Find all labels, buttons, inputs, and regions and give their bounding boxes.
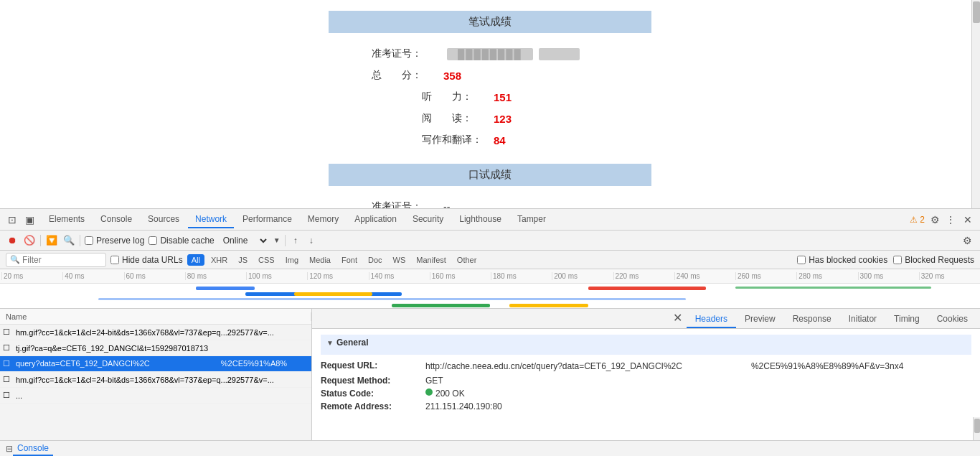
upload-button[interactable]: ↑ [290, 234, 301, 247]
status-code-row: Status Code: 200 OK [321, 388, 971, 399]
tab-application[interactable]: Application [347, 211, 404, 228]
filter-type-ws[interactable]: WS [389, 254, 410, 266]
tick-120ms: 120 ms [307, 272, 368, 280]
details-tab-timing[interactable]: Timing [885, 311, 928, 328]
timeline-bar-8 [735, 287, 931, 289]
status-code-label: Status Code: [321, 388, 421, 399]
console-error-icon: ⊟ [6, 444, 13, 454]
preserve-log-checkbox[interactable]: Preserve log [85, 236, 144, 246]
timeline-bar-7 [588, 287, 706, 290]
details-tab-headers[interactable]: Headers [687, 311, 736, 328]
filter-type-doc[interactable]: Doc [364, 254, 387, 266]
download-button[interactable]: ↓ [306, 234, 317, 247]
tab-security[interactable]: Security [405, 211, 451, 228]
preserve-log-input[interactable] [85, 236, 93, 245]
filter-type-js[interactable]: JS [234, 254, 252, 266]
details-tab-cookies[interactable]: Cookies [928, 311, 976, 328]
network-list-item-0[interactable]: ☐ hm.gif?cc=1&ck=1&cl=24-bit&ds=1366x768… [0, 325, 311, 340]
has-blocked-cookies-input[interactable] [797, 256, 806, 264]
details-tab-response[interactable]: Response [784, 311, 840, 328]
timeline-container: 20 ms 40 ms 60 ms 80 ms 100 ms 120 ms 14… [0, 269, 980, 309]
console-tab[interactable]: Console [13, 442, 53, 456]
request-method-label: Request Method: [321, 376, 421, 386]
network-toolbar: ⏺ 🚫 🔽 🔍 Preserve log Disable cache Onlin… [0, 231, 980, 251]
close-details-icon[interactable]: ✕ [669, 309, 687, 328]
network-list-rows[interactable]: ☐ hm.gif?cc=1&ck=1&cl=24-bit&ds=1366x768… [0, 325, 311, 440]
close-devtools-icon[interactable]: ✕ [959, 211, 976, 228]
more-options-icon[interactable]: ⋮ [942, 211, 959, 228]
filter-type-manifest[interactable]: Manifest [412, 254, 451, 266]
total-label: 总 分： [372, 69, 443, 82]
tab-tamper[interactable]: Tamper [510, 211, 553, 228]
tick-280ms: 280 ms [796, 272, 857, 280]
has-blocked-cookies-checkbox[interactable]: Has blocked cookies [797, 255, 887, 265]
tab-sources[interactable]: Sources [141, 211, 187, 228]
disable-cache-input[interactable] [149, 236, 157, 245]
record-button[interactable]: ⏺ [6, 234, 19, 247]
timeline-bars [0, 284, 980, 309]
status-green-dot [425, 388, 433, 396]
throttle-dropdown-icon[interactable]: ▼ [273, 236, 281, 244]
tab-console[interactable]: Console [93, 211, 139, 228]
filter-type-other[interactable]: Other [453, 254, 481, 266]
cursor-icon[interactable]: ⊡ [4, 211, 21, 228]
filter-icon[interactable]: 🔽 [45, 234, 58, 247]
tick-220ms: 220 ms [613, 272, 674, 280]
blocked-requests-input[interactable] [893, 256, 902, 264]
filter-type-all[interactable]: All [187, 254, 204, 266]
settings-icon[interactable]: ⚙ [928, 213, 942, 227]
request-method-value: GET [425, 376, 443, 386]
filter-type-img[interactable]: Img [281, 254, 303, 266]
network-settings-icon[interactable]: ⚙ [960, 233, 974, 248]
filter-search-icon: 🔍 [10, 255, 20, 264]
tab-memory[interactable]: Memory [301, 211, 346, 228]
listening-label: 听 力： [422, 90, 494, 103]
tick-20ms: 20 ms [1, 272, 62, 280]
tab-lighthouse[interactable]: Lighthouse [452, 211, 509, 228]
tick-200ms: 200 ms [552, 272, 613, 280]
blocked-requests-checkbox[interactable]: Blocked Requests [893, 255, 974, 265]
oral-id-value: -- [443, 201, 450, 208]
tab-performance[interactable]: Performance [235, 211, 299, 228]
page-scrollbar[interactable] [971, 0, 980, 208]
timeline-bar-6 [509, 304, 588, 307]
network-list-item-2[interactable]: ☐ query?data=CET6_192_DANGCI%2C %2CE5%91… [0, 356, 311, 372]
stop-recording-button[interactable]: 🚫 [23, 234, 36, 247]
hide-data-urls-input[interactable] [110, 256, 119, 264]
throttle-select[interactable]: Online Fast 3G Slow 3G Offline [219, 234, 269, 247]
reading-label: 阅 读： [422, 112, 494, 125]
filter-input[interactable] [22, 255, 94, 265]
writing-value: 84 [494, 134, 506, 146]
details-tab-initiator[interactable]: Initiator [840, 311, 885, 328]
tick-100ms: 100 ms [246, 272, 307, 280]
network-list-panel: Name ☐ hm.gif?cc=1&ck=1&cl=24-bit&ds=136… [0, 309, 312, 456]
hide-data-urls-checkbox[interactable]: Hide data URLs [110, 255, 183, 265]
disable-cache-checkbox[interactable]: Disable cache [149, 236, 214, 246]
filter-type-font[interactable]: Font [337, 254, 362, 266]
headers-content: ▼ General Request URL: http://cache.neea… [312, 329, 980, 456]
tab-elements[interactable]: Elements [42, 211, 92, 228]
request-url-row: Request URL: http://cache.neea.edu.cn/ce… [321, 360, 971, 373]
network-filter-bar: 🔍 Hide data URLs All XHR JS CSS Img Medi… [0, 251, 980, 269]
exam-id-label: 准考证号： [372, 47, 443, 60]
search-icon[interactable]: 🔍 [62, 234, 75, 247]
details-tab-preview[interactable]: Preview [736, 311, 784, 328]
tick-300ms: 300 ms [858, 272, 919, 280]
timeline-bar-3 [294, 292, 372, 296]
tab-network[interactable]: Network [188, 211, 234, 228]
responsive-icon[interactable]: ▣ [21, 211, 38, 228]
writing-label: 写作和翻译： [422, 134, 494, 146]
network-list-item-4[interactable]: ☐ ... [0, 388, 311, 404]
filter-type-css[interactable]: CSS [254, 254, 279, 266]
filter-input-wrap: 🔍 [6, 253, 106, 267]
remote-address-value: 211.151.240.190:80 [425, 401, 502, 411]
request-url-value: http://cache.neea.edu.cn/cet/query?data=… [425, 360, 903, 373]
filter-type-media[interactable]: Media [305, 254, 335, 266]
filter-type-buttons: All XHR JS CSS Img Media Font Doc WS Man… [187, 254, 481, 266]
filter-type-xhr[interactable]: XHR [207, 254, 232, 266]
timeline-ruler: 20 ms 40 ms 60 ms 80 ms 100 ms 120 ms 14… [0, 269, 980, 284]
total-value: 358 [443, 70, 461, 82]
network-list-item-3[interactable]: ☐ hm.gif?cc=1&ck=1&cl=24-bit&ds=1366x768… [0, 372, 311, 388]
network-list-item-1[interactable]: ☐ tj.gif?ca=q&e=CET6_192_DANGCI&t=159298… [0, 340, 311, 356]
status-code-value: 200 OK [435, 388, 465, 399]
